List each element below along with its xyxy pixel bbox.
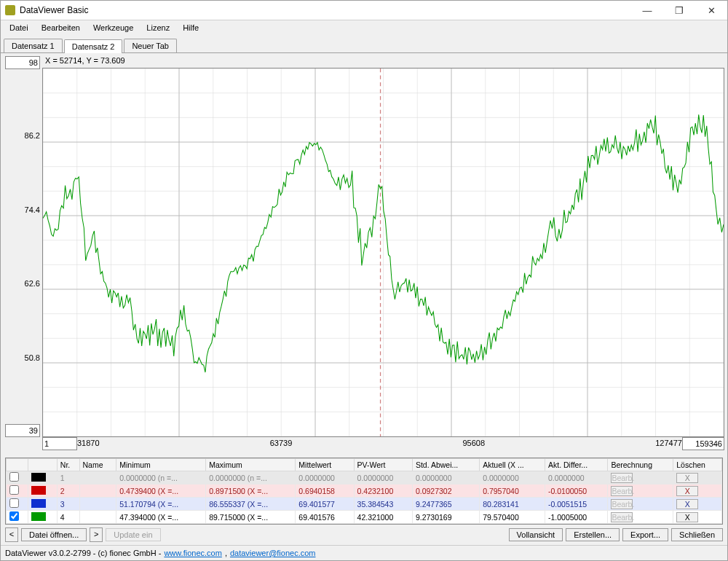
col-header[interactable]: Nr. [57, 459, 79, 471]
tab-0[interactable]: Datensatz 1 [4, 39, 63, 52]
tab-1[interactable]: Datensatz 2 [64, 39, 123, 53]
col-header[interactable]: Name [79, 459, 116, 471]
maximize-button[interactable]: ❐ [663, 1, 695, 20]
menu-lizenz[interactable]: Lizenz [141, 22, 175, 34]
color-swatch [31, 486, 46, 495]
menubar: DateiBearbeitenWerkzeugeLizenzHilfe [1, 20, 727, 35]
y-max-input[interactable] [5, 56, 40, 69]
row-checkbox[interactable] [9, 511, 19, 521]
x-tick: 95608 [463, 439, 486, 447]
edit-button[interactable]: Bearb. [611, 473, 633, 483]
y-tick: 62.6 [25, 279, 40, 288]
col-header[interactable] [28, 459, 58, 471]
minimize-button[interactable]: — [631, 1, 663, 20]
edit-button[interactable]: Bearb. [611, 486, 633, 496]
y-tick: 50.8 [25, 353, 40, 362]
col-header[interactable]: PV-Wert [354, 459, 412, 471]
fullview-button[interactable]: Vollansicht [509, 528, 563, 541]
col-header[interactable]: Berechnung [608, 459, 673, 471]
close-dialog-button[interactable]: Schließen [671, 528, 723, 541]
menu-werkzeuge[interactable]: Werkzeuge [87, 22, 139, 34]
table-row: 447.394000 (X =...89.715000 (X =...69.40… [7, 511, 722, 524]
y-tick: 86.2 [25, 131, 40, 140]
export-button[interactable]: Export... [622, 528, 668, 541]
x-max-input[interactable] [682, 437, 724, 450]
table-row: 10.0000000 (n =...0.0000000 (n =...0.000… [7, 471, 722, 484]
menu-datei[interactable]: Datei [4, 22, 34, 34]
row-checkbox[interactable] [9, 485, 19, 495]
titlebar: DataViewer Basic — ❐ ✕ [1, 1, 727, 20]
window-title: DataViewer Basic [20, 5, 631, 15]
table-row: 20.4739400 (X =...0.8971500 (X =...0.694… [7, 484, 722, 498]
app-icon [5, 5, 15, 15]
table-row: 351.170794 (X =...86.555337 (X =...69.40… [7, 498, 722, 511]
col-header[interactable]: Maximum [206, 459, 296, 471]
x-tick: 63739 [270, 439, 293, 447]
delete-button[interactable]: X [676, 473, 698, 483]
email-link[interactable]: dataviewer@fionec.com [230, 549, 316, 557]
x-tick: 127477 [655, 439, 682, 447]
open-file-button[interactable]: Datei öffnen... [21, 528, 87, 541]
series-table: Nr.NameMinimumMaximumMittelwertPV-WertSt… [5, 458, 723, 525]
y-tick: 74.4 [25, 205, 40, 214]
vendor-link[interactable]: www.fionec.com [164, 549, 221, 557]
edit-button[interactable]: Bearb. [611, 499, 633, 509]
menu-bearbeiten[interactable]: Bearbeiten [36, 22, 86, 34]
next-button[interactable]: > [90, 527, 103, 542]
col-header[interactable]: Löschen [673, 459, 722, 471]
delete-button[interactable]: X [676, 499, 698, 509]
row-checkbox[interactable] [9, 472, 19, 482]
x-tick: 31870 [77, 439, 100, 447]
color-swatch [31, 473, 46, 482]
color-swatch [31, 499, 46, 508]
row-checkbox[interactable] [9, 498, 19, 508]
close-button[interactable]: ✕ [695, 1, 727, 20]
create-button[interactable]: Erstellen... [566, 528, 620, 541]
y-min-input[interactable] [5, 424, 40, 437]
tab-2[interactable]: Neuer Tab [124, 39, 177, 52]
col-header[interactable]: Akt. Differ... [545, 459, 608, 471]
menu-hilfe[interactable]: Hilfe [177, 22, 205, 34]
col-header[interactable]: Std. Abwei... [412, 459, 479, 471]
col-header[interactable]: Aktuell (X ... [480, 459, 545, 471]
col-header[interactable] [7, 459, 28, 471]
x-min-input[interactable] [42, 437, 77, 450]
delete-button[interactable]: X [676, 512, 698, 522]
status-bar: DataViewer v3.0.2-2799 - (c) fionec GmbH… [1, 545, 727, 560]
col-header[interactable]: Mittelwert [296, 459, 354, 471]
col-header[interactable]: Minimum [116, 459, 206, 471]
delete-button[interactable]: X [676, 486, 698, 496]
prev-button[interactable]: < [5, 527, 18, 542]
coordinate-readout: X = 52714, Y = 73.609 [42, 56, 724, 68]
status-text: DataViewer v3.0.2-2799 - (c) fionec GmbH… [5, 549, 161, 557]
edit-button[interactable]: Bearb. [611, 512, 633, 522]
update-button[interactable]: Update ein [106, 528, 160, 541]
color-swatch [31, 512, 46, 521]
plot-area[interactable] [42, 68, 724, 437]
tab-strip: Datensatz 1Datensatz 2Neuer Tab [1, 35, 727, 53]
